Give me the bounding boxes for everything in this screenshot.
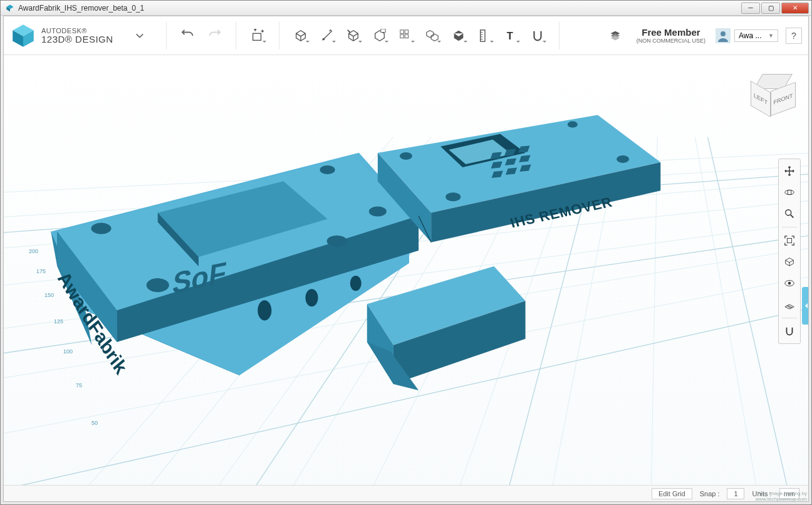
main-toolbar: AUTODESK® 123D® DESIGN — [4, 16, 808, 55]
snap-tool[interactable] — [526, 24, 549, 47]
svg-rect-89 — [788, 190, 791, 194]
measure-tool[interactable] — [474, 24, 496, 47]
maximize-button[interactable]: ▢ — [761, 3, 780, 14]
svg-point-6 — [322, 38, 325, 40]
snap-toggle-tool[interactable] — [780, 322, 799, 341]
minimize-button[interactable]: ─ — [741, 3, 760, 14]
side-panel-toggle[interactable] — [802, 287, 808, 325]
undo-button[interactable] — [177, 24, 199, 47]
scene-render: SoF AwardFabrik — [4, 55, 808, 485]
svg-rect-5 — [252, 33, 261, 40]
axis-label: 175 — [36, 268, 46, 274]
svg-point-60 — [147, 278, 169, 292]
axis-label: 150 — [44, 292, 54, 298]
text-tool[interactable]: T — [500, 24, 523, 47]
axis-label: 50 — [91, 420, 98, 426]
divider — [559, 22, 560, 49]
membership-note: (NON COMMERCIAL USE) — [637, 38, 705, 44]
snap-label: Snap : — [697, 490, 722, 497]
svg-point-79 — [400, 152, 412, 160]
fit-tool[interactable] — [780, 231, 799, 250]
status-bar: Edit Grid Snap : 1 Units : mm — [4, 485, 808, 501]
divider — [279, 22, 279, 49]
window-frame: AwardFabrik_IHS_remover_beta_0_1 ─ ▢ ✕ A… — [0, 0, 812, 505]
svg-point-80 — [568, 122, 578, 128]
svg-point-64 — [350, 276, 362, 291]
svg-point-59 — [369, 206, 387, 216]
svg-rect-12 — [480, 29, 484, 41]
app-icon-small — [6, 4, 14, 13]
svg-point-58 — [320, 165, 335, 174]
svg-point-81 — [617, 155, 629, 163]
grouping-tool[interactable] — [421, 24, 444, 47]
svg-rect-11 — [405, 34, 409, 38]
svg-rect-10 — [400, 34, 403, 38]
brand-text: AUTODESK® 123D® DESIGN — [41, 28, 113, 44]
visibility-tool[interactable] — [780, 274, 799, 293]
brand-block: AUTODESK® 123D® DESIGN — [10, 23, 113, 49]
grid-toggle-tool[interactable] — [780, 295, 799, 314]
redo-button[interactable] — [203, 24, 226, 47]
help-button[interactable]: ? — [786, 28, 802, 44]
svg-point-82 — [445, 192, 461, 201]
viewport-3d[interactable]: SoF AwardFabrik — [4, 55, 808, 485]
svg-point-88 — [785, 190, 794, 194]
modify-tool[interactable] — [368, 24, 391, 47]
edit-grid-button[interactable]: Edit Grid — [652, 488, 692, 499]
svg-text:T: T — [506, 29, 513, 41]
pan-tool[interactable] — [780, 162, 799, 180]
svg-point-63 — [306, 289, 318, 306]
app-logo-icon — [10, 23, 36, 49]
brand-line-2: 123D® DESIGN — [41, 34, 113, 44]
axis-label: 100 — [63, 348, 73, 355]
svg-rect-92 — [787, 238, 791, 242]
title-bar: AwardFabrik_IHS_remover_beta_0_1 ─ ▢ ✕ — [1, 1, 811, 16]
navigation-panel — [778, 159, 801, 344]
snap-value-input[interactable]: 1 — [727, 488, 744, 499]
svg-point-19 — [721, 31, 726, 36]
main-menu-dropdown[interactable] — [132, 28, 147, 43]
orbit-tool[interactable] — [780, 183, 799, 202]
materials-button[interactable] — [604, 24, 627, 47]
zoom-tool[interactable] — [780, 204, 799, 223]
user-name: Awa ... — [739, 31, 761, 40]
svg-rect-8 — [400, 29, 403, 33]
axis-label: 75 — [76, 382, 82, 388]
svg-point-94 — [788, 282, 791, 285]
svg-line-91 — [791, 215, 794, 218]
svg-point-62 — [258, 300, 271, 320]
transform-tool[interactable] — [246, 24, 269, 47]
pattern-tool[interactable] — [395, 24, 417, 47]
svg-point-57 — [91, 223, 111, 234]
display-mode-tool[interactable] — [780, 252, 799, 271]
axis-label: 125 — [54, 318, 63, 325]
membership-label: Free Member (NON COMMERCIAL USE) — [637, 27, 705, 44]
divider — [236, 22, 236, 49]
close-button[interactable]: ✕ — [781, 3, 809, 14]
membership-status: Free Member — [637, 27, 705, 38]
sketch-tool[interactable] — [316, 24, 338, 47]
divider — [166, 22, 167, 49]
primitives-tool[interactable] — [289, 24, 312, 47]
window-title: AwardFabrik_IHS_remover_beta_0_1 — [18, 4, 740, 13]
svg-point-61 — [327, 236, 347, 247]
hosting-watermark: Free image hosting by www.techpowerup.co… — [756, 491, 807, 502]
viewcube[interactable]: LEFT FRONT — [751, 74, 796, 119]
svg-rect-9 — [405, 29, 409, 33]
combine-tool[interactable] — [447, 24, 470, 47]
user-avatar-icon[interactable] — [716, 28, 731, 43]
brand-line-1: AUTODESK® — [41, 28, 113, 34]
user-menu-dropdown[interactable]: Awa ... ▼ — [734, 29, 778, 42]
svg-rect-7 — [380, 29, 385, 33]
svg-point-90 — [786, 210, 791, 216]
construct-tool[interactable] — [342, 24, 365, 47]
axis-label: 200 — [29, 248, 38, 254]
app-body: AUTODESK® 123D® DESIGN — [3, 16, 809, 502]
